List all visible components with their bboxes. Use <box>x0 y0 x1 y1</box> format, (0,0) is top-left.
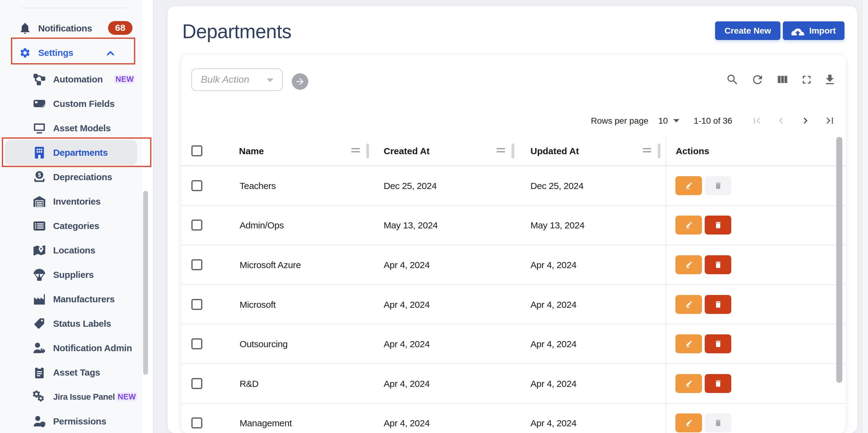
svg-text:$: $ <box>38 171 41 178</box>
